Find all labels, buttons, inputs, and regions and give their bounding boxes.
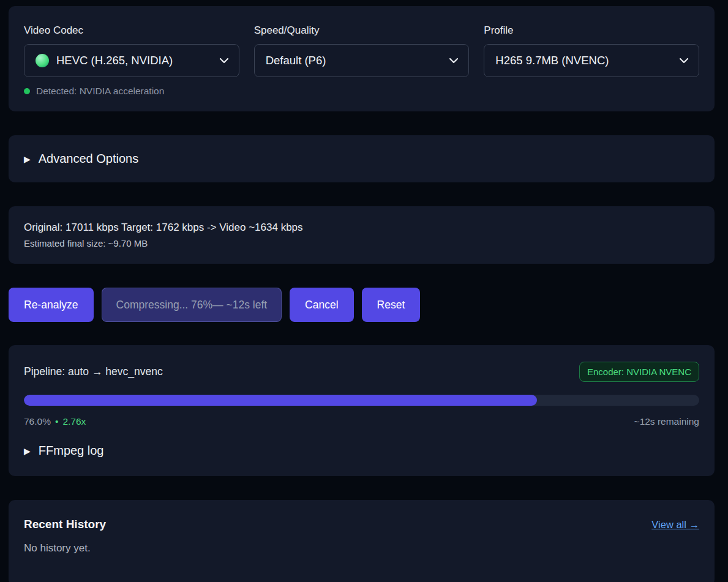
caret-right-icon: ▶ bbox=[24, 155, 31, 163]
green-status-dot-icon bbox=[24, 88, 30, 94]
actions-row: Re-analyze Compressing... 76%— ~12s left… bbox=[9, 288, 715, 322]
progress-stats-row: 76.0% • 2.76x ~12s remaining bbox=[24, 416, 699, 427]
encode-speed-text: 2.76x bbox=[62, 416, 86, 427]
reanalyze-button[interactable]: Re-analyze bbox=[9, 288, 94, 322]
codec-settings-card: Video Codec HEVC (H.265, NVIDIA) Detecte… bbox=[9, 6, 715, 111]
profile-select[interactable]: H265 9.7MB (NVENC) bbox=[484, 44, 699, 77]
view-all-link[interactable]: View all → bbox=[651, 519, 699, 531]
caret-right-icon: ▶ bbox=[24, 447, 31, 455]
pipeline-header: Pipeline: auto → hevc_nvenc Encoder: NVI… bbox=[24, 362, 699, 382]
history-header: Recent History View all → bbox=[24, 518, 699, 531]
detected-status-row: Detected: NVIDIA acceleration bbox=[24, 86, 239, 97]
ffmpeg-log-label: FFmpeg log bbox=[39, 444, 104, 458]
chevron-down-icon bbox=[449, 58, 459, 64]
advanced-options-label: Advanced Options bbox=[39, 152, 138, 166]
profile-label: Profile bbox=[484, 24, 699, 37]
progress-bar bbox=[24, 395, 699, 406]
time-remaining-text: ~12s remaining bbox=[634, 416, 699, 427]
recent-history-card: Recent History View all → No history yet… bbox=[9, 500, 715, 582]
ffmpeg-log-toggle[interactable]: ▶ FFmpeg log bbox=[24, 444, 699, 458]
estimate-card: Original: 17011 kbps Target: 1762 kbps -… bbox=[9, 206, 715, 264]
speed-quality-field: Speed/Quality Default (P6) bbox=[254, 24, 470, 97]
speed-quality-value-wrap: Default (P6) bbox=[266, 54, 326, 67]
pipeline-title: Pipeline: auto → hevc_nvenc bbox=[24, 365, 163, 378]
detected-status-text: Detected: NVIDIA acceleration bbox=[36, 86, 164, 97]
green-circle-icon bbox=[36, 54, 49, 67]
progress-percent-text: 76.0% bbox=[24, 416, 51, 427]
video-codec-field: Video Codec HEVC (H.265, NVIDIA) Detecte… bbox=[24, 24, 239, 97]
speed-quality-value: Default (P6) bbox=[266, 54, 326, 67]
estimated-size-text: Estimated final size: ~9.70 MB bbox=[24, 238, 699, 248]
profile-value-wrap: H265 9.7MB (NVENC) bbox=[495, 54, 609, 67]
history-title: Recent History bbox=[24, 518, 106, 531]
profile-field: Profile H265 9.7MB (NVENC) bbox=[484, 24, 699, 97]
history-empty-text: No history yet. bbox=[24, 542, 699, 554]
progress-stats-left: 76.0% • 2.76x bbox=[24, 416, 86, 427]
video-codec-value-wrap: HEVC (H.265, NVIDIA) bbox=[36, 54, 173, 67]
video-codec-value: HEVC (H.265, NVIDIA) bbox=[56, 54, 173, 67]
video-codec-label: Video Codec bbox=[24, 24, 239, 37]
controls-row: Video Codec HEVC (H.265, NVIDIA) Detecte… bbox=[24, 24, 699, 97]
speed-quality-label: Speed/Quality bbox=[254, 24, 470, 37]
pipeline-card: Pipeline: auto → hevc_nvenc Encoder: NVI… bbox=[9, 345, 715, 476]
advanced-options-card: ▶ Advanced Options bbox=[9, 135, 715, 182]
speed-quality-select[interactable]: Default (P6) bbox=[254, 44, 470, 77]
compressing-status-button[interactable]: Compressing... 76%— ~12s left bbox=[102, 288, 282, 322]
bitrate-summary-text: Original: 17011 kbps Target: 1762 kbps -… bbox=[24, 222, 699, 234]
chevron-down-icon bbox=[679, 58, 689, 64]
bullet-separator: • bbox=[55, 416, 58, 427]
chevron-down-icon bbox=[219, 58, 229, 64]
compressor-page: Video Codec HEVC (H.265, NVIDIA) Detecte… bbox=[0, 0, 728, 582]
video-codec-select[interactable]: HEVC (H.265, NVIDIA) bbox=[24, 44, 239, 77]
encoder-badge: Encoder: NVIDIA NVENC bbox=[579, 362, 699, 382]
reset-button[interactable]: Reset bbox=[362, 288, 421, 322]
profile-value: H265 9.7MB (NVENC) bbox=[495, 54, 609, 67]
progress-fill bbox=[24, 395, 537, 406]
cancel-button[interactable]: Cancel bbox=[290, 288, 353, 322]
advanced-options-toggle[interactable]: ▶ Advanced Options bbox=[24, 152, 699, 166]
